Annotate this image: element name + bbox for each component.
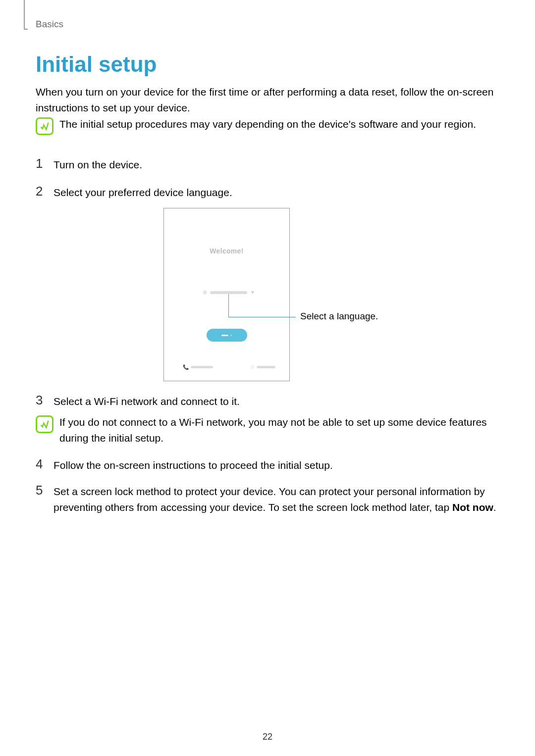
step-2: 2 Select your preferred device language. bbox=[36, 184, 499, 201]
note-text: If you do not connect to a Wi-Fi network… bbox=[59, 414, 499, 446]
emergency-call-link: 📞 bbox=[183, 364, 213, 370]
step-number: 1 bbox=[36, 156, 45, 171]
phone-icon: 📞 bbox=[183, 364, 189, 370]
globe-icon: ⊕ bbox=[203, 289, 207, 296]
step-text: Turn on the device. bbox=[54, 156, 142, 173]
phone-mockup: Welcome! ⊕ ▼ › 📞 ☆ bbox=[163, 208, 290, 381]
language-placeholder-bar bbox=[210, 291, 247, 294]
step-text: Set a screen lock method to protect your… bbox=[54, 483, 499, 515]
step-text-bold: Not now bbox=[452, 502, 493, 513]
step-text: Select your preferred device language. bbox=[54, 184, 232, 201]
note-block-wifi: If you do not connect to a Wi-Fi network… bbox=[36, 414, 499, 446]
step-text-part: Set a screen lock method to protect your… bbox=[54, 486, 485, 513]
step-number: 3 bbox=[36, 393, 45, 408]
page-corner-mark bbox=[24, 0, 25, 30]
star-icon: ☆ bbox=[250, 364, 255, 370]
callout-connector-horizontal bbox=[228, 317, 296, 317]
step-4: 4 Follow the on-screen instructions to p… bbox=[36, 456, 499, 484]
step-5: 5 Set a screen lock method to protect yo… bbox=[36, 483, 499, 526]
step-number: 2 bbox=[36, 184, 45, 199]
phone-bottom-bar: 📞 ☆ bbox=[183, 364, 275, 370]
note-text: The initial setup procedures may vary de… bbox=[59, 116, 476, 135]
page-title: Initial setup bbox=[36, 52, 157, 77]
callout-label: Select a language. bbox=[300, 311, 378, 322]
chevron-right-icon: › bbox=[230, 333, 232, 338]
placeholder-bar bbox=[257, 366, 275, 368]
accessibility-link: ☆ bbox=[250, 364, 275, 370]
placeholder-bar bbox=[191, 366, 213, 368]
step-number: 4 bbox=[36, 456, 45, 472]
chevron-down-icon: ▼ bbox=[250, 290, 255, 295]
intro-paragraph: When you turn on your device for the fir… bbox=[36, 84, 499, 115]
step-text: Select a Wi-Fi network and connect to it… bbox=[54, 393, 240, 409]
phone-welcome-text: Welcome! bbox=[210, 247, 243, 255]
phone-start-button: › bbox=[207, 329, 247, 342]
step-1: 1 Turn on the device. bbox=[36, 156, 499, 173]
step-text-part: . bbox=[493, 502, 496, 513]
callout-connector-vertical bbox=[228, 294, 229, 317]
note-icon bbox=[36, 415, 54, 433]
breadcrumb: Basics bbox=[36, 19, 63, 30]
button-label-placeholder bbox=[221, 335, 228, 336]
page-number: 22 bbox=[263, 732, 272, 742]
note-block-region: The initial setup procedures may vary de… bbox=[36, 116, 499, 135]
step-text: Follow the on-screen instructions to pro… bbox=[54, 456, 333, 473]
note-icon bbox=[36, 117, 54, 135]
step-number: 5 bbox=[36, 483, 45, 498]
